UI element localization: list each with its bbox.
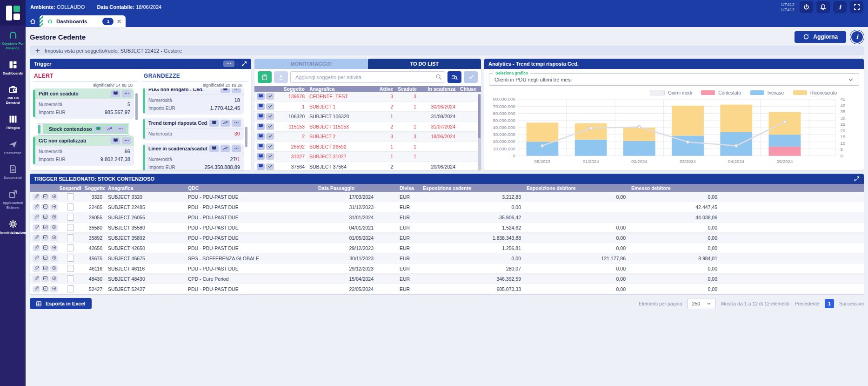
- next-page-button[interactable]: Successivo: [839, 301, 864, 306]
- previous-page-button[interactable]: Precedente: [795, 301, 820, 306]
- todo-column-header[interactable]: Scadute: [395, 86, 419, 92]
- card-ellipsis-button[interactable]: [232, 120, 241, 127]
- alert-scrollbar[interactable]: [135, 93, 138, 120]
- trigger-card[interactable]: PUG non erogato - Ced. Numerosità 18 Imp…: [143, 88, 244, 115]
- todo-row[interactable]: 2 SUBJECT 2 3 3 18/06/2024: [254, 132, 481, 142]
- sospendi-checkbox[interactable]: [67, 255, 74, 262]
- todo-column-header[interactable]: Chiuse: [458, 86, 477, 92]
- link-button[interactable]: [33, 204, 40, 210]
- card-book-button[interactable]: [209, 145, 219, 152]
- confirm-row-button[interactable]: [41, 245, 49, 251]
- card-book-button[interactable]: [220, 88, 230, 93]
- info-button-topbar[interactable]: i: [833, 1, 847, 13]
- target-button[interactable]: [50, 214, 58, 221]
- legend-item[interactable]: Riconosciuto: [793, 90, 837, 95]
- aggiorna-button[interactable]: Aggiorna: [795, 31, 846, 43]
- open-book-button[interactable]: [257, 93, 265, 100]
- open-book-button[interactable]: [257, 103, 265, 110]
- chart-select[interactable]: Seleziona grafico Clienti in PDU negli u…: [489, 73, 859, 86]
- link-button[interactable]: [33, 286, 40, 292]
- sospendi-checkbox[interactable]: [67, 244, 74, 251]
- trigger-selected-row[interactable]: 46116 SUBJECT 46116 PDU - PDU-PAST DUE 2…: [30, 264, 864, 274]
- confirm-button[interactable]: [464, 71, 478, 83]
- confirm-row-button[interactable]: [41, 265, 49, 272]
- row-check-button[interactable]: [266, 93, 274, 100]
- link-button[interactable]: [33, 255, 40, 262]
- card-ellipsis-button[interactable]: [232, 88, 241, 93]
- export-excel-button[interactable]: Esporta in Excel: [30, 298, 92, 309]
- card-trend-button[interactable]: [220, 145, 230, 152]
- target-button[interactable]: [50, 245, 58, 251]
- target-button[interactable]: [50, 255, 58, 262]
- confirm-row-button[interactable]: [41, 255, 49, 262]
- subject-button[interactable]: [274, 71, 288, 83]
- row-check-button[interactable]: [266, 163, 274, 170]
- trigger-card[interactable]: Linee in scadenza/scadute Numerosità 27/…: [143, 143, 244, 170]
- trigger-card[interactable]: Trend tempi risposta Ced. Numerosità 30: [143, 118, 244, 140]
- target-button[interactable]: [50, 224, 58, 231]
- card-book-button[interactable]: [94, 126, 103, 133]
- target-button[interactable]: [50, 194, 58, 200]
- tab-monitoraggio[interactable]: MONITORAGGIO: [254, 59, 368, 69]
- sidebar-item-documenti[interactable]: Documenti: [0, 160, 26, 185]
- tab-to-do-list[interactable]: TO DO LIST: [368, 59, 481, 69]
- sospendi-checkbox[interactable]: [67, 275, 74, 282]
- trigger-menu-button[interactable]: [223, 61, 234, 67]
- advanced-search-button[interactable]: [447, 71, 461, 83]
- todo-row[interactable]: 106320 SUBJECT 106320 1 31/08/2024: [254, 112, 481, 122]
- todo-column-header[interactable]: Soggetto: [280, 86, 307, 92]
- open-book-button[interactable]: [257, 133, 265, 140]
- trigger-card[interactable]: PdR con scaduto Numerosità 5 Importo EUR…: [33, 88, 134, 119]
- sidebar-item-keystone[interactable]: Keystone For Finance: [0, 26, 26, 55]
- link-button[interactable]: [33, 245, 40, 251]
- row-check-button[interactable]: [266, 143, 274, 150]
- sospendi-checkbox[interactable]: [67, 234, 74, 241]
- trigger-expand-button[interactable]: [241, 61, 247, 67]
- todo-row[interactable]: 31027 SUBJECT 31027 1 1: [254, 152, 481, 162]
- open-book-button[interactable]: [257, 113, 265, 120]
- row-check-button[interactable]: [266, 133, 274, 140]
- sospendi-checkbox[interactable]: [67, 203, 74, 210]
- legend-item[interactable]: Contestato: [701, 90, 741, 95]
- bt-column-header[interactable]: Sospendi: [59, 185, 82, 191]
- confirm-row-button[interactable]: [41, 235, 49, 241]
- bt-column-header[interactable]: Esposizione cedente: [420, 185, 524, 191]
- search-input[interactable]: [290, 71, 445, 83]
- confirm-row-button[interactable]: [41, 276, 49, 282]
- sospendi-checkbox[interactable]: [67, 265, 74, 272]
- logout-button[interactable]: [800, 1, 813, 13]
- link-button[interactable]: [33, 194, 40, 200]
- bt-column-header[interactable]: Emesso debitore: [628, 185, 720, 191]
- trigger-selected-row[interactable]: 48430 SUBJECT 48430 CPD - Cure Period 15…: [30, 274, 864, 284]
- tab-dashboards[interactable]: Dashboards 1: [40, 15, 126, 27]
- bt-column-header[interactable]: Anagrafica: [105, 185, 185, 191]
- card-trend-button[interactable]: [105, 126, 114, 133]
- row-check-button[interactable]: [266, 153, 274, 160]
- trigger-card[interactable]: Stock contenzioso Numerosità 12 Importo …: [38, 123, 129, 135]
- row-check-button[interactable]: [266, 103, 274, 110]
- todo-row[interactable]: 115153 SUBJECT 115153 2 1 31/07/2024: [254, 122, 481, 132]
- trigger-selected-row[interactable]: 3320 SUBJECT 3320 PDU - PDU-PAST DUE 17/…: [30, 192, 864, 202]
- open-book-button[interactable]: [257, 143, 265, 150]
- per-page-select[interactable]: 250: [688, 298, 716, 309]
- trigger-selected-row[interactable]: 35580 SUBJECT 35580 PDU - PDU-PAST DUE 0…: [30, 223, 864, 233]
- trigger-selected-row[interactable]: 52427 SUBJECT 52427 PDU - PDU-PAST DUE 2…: [30, 284, 864, 294]
- link-button[interactable]: [33, 224, 40, 231]
- trigger-selected-row[interactable]: 42650 SUBJECT 42650 PDU - PDU-PAST DUE 2…: [30, 243, 864, 253]
- sospendi-checkbox[interactable]: [67, 224, 74, 231]
- sidebar-item-applicazioni-esterne[interactable]: Applicazioni Esterne: [0, 185, 26, 215]
- row-check-button[interactable]: [266, 113, 274, 120]
- row-check-button[interactable]: [266, 123, 274, 130]
- card-trend-button[interactable]: [220, 120, 230, 127]
- bt-column-header[interactable]: Divisa: [397, 185, 420, 191]
- legend-item[interactable]: Inevaso: [750, 90, 784, 95]
- link-button[interactable]: [33, 265, 40, 272]
- current-page-button[interactable]: 1: [825, 299, 834, 308]
- trigger-selected-row[interactable]: 22485 SUBJECT 22485 PDU - PDU-PAST DUE 3…: [30, 202, 864, 212]
- target-button[interactable]: [50, 204, 58, 210]
- link-button[interactable]: [33, 214, 40, 221]
- card-ellipsis-button[interactable]: [122, 90, 131, 97]
- todo-row[interactable]: 1 SUBJECT 1 2 1 30/06/2024: [254, 102, 481, 112]
- page-info-button[interactable]: i: [850, 30, 864, 44]
- sidebar-item-dashboards[interactable]: Dashboards: [0, 55, 26, 81]
